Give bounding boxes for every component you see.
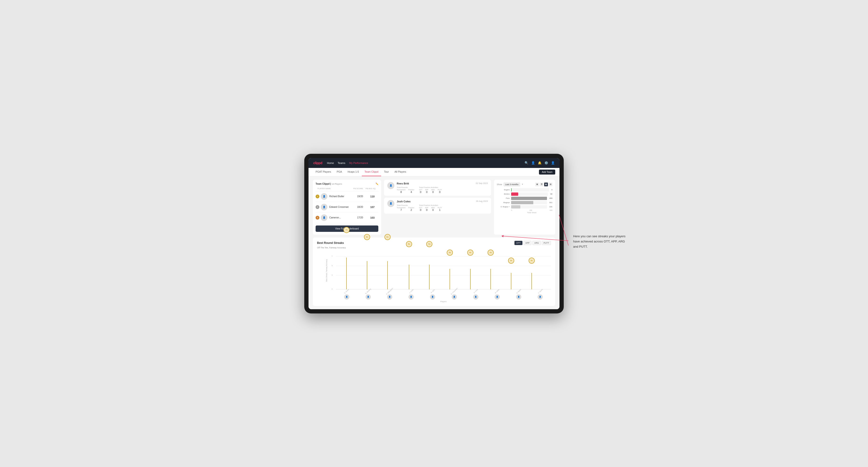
player-avg-2: 107 [367, 206, 378, 209]
dropdown-arrow: ▼ [522, 183, 523, 185]
line-mcherg [367, 261, 367, 289]
player-avatar-1: 👤 [321, 193, 328, 200]
nav-teams[interactable]: Teams [338, 161, 345, 165]
bar-track-eagles [511, 188, 549, 191]
bar-fill-bogeys [511, 201, 533, 204]
bar-label-double-bogeys: D. Bogeys + [497, 206, 510, 208]
streaks-header: Best Round Streaks OTT APP ARG PUTT [317, 241, 551, 245]
table-icon[interactable]: ⊟ [549, 183, 552, 186]
total-rounds-label: Total Rounds [397, 186, 414, 188]
nav-my-performance[interactable]: My Performance [349, 161, 368, 165]
grid-line-1 [336, 256, 551, 257]
player-row[interactable]: 2 👤 Edward Crossman 18/20 107 [316, 202, 378, 213]
x-name-billingham: D. Billingham [379, 290, 400, 292]
bar-value-double-bogeys: 131 [549, 206, 552, 208]
streak-bar-miller: 4x [486, 269, 495, 289]
add-team-button[interactable]: Add Team [539, 169, 555, 175]
streak-bar-butler: 3x [507, 273, 516, 289]
streak-bar-quick: 3x [527, 273, 536, 289]
player-stat-card-rees: 👤 Rees Britt 02 Sep 2023 Total Rounds [384, 180, 491, 196]
table-headers: PLAYER NAME PB SCORE PB AVG SQ [316, 187, 378, 191]
josh-name: Josh Coles [397, 200, 411, 203]
player-name-2: Edward Crossman [329, 206, 353, 208]
leaderboard-title: Team Clippd | 14 Players [316, 183, 342, 185]
filter-putt[interactable]: PUTT [542, 241, 551, 245]
view-icons: ⊞ ☰ ▦ ⊟ [535, 183, 552, 186]
rees-practice-rounds: 4 [408, 191, 414, 193]
x-name-crossman: E. Crossman [443, 290, 465, 292]
streaks-subtitle: Off The Tee, Fairway Accuracy [317, 247, 551, 249]
total-rounds-group: Total Rounds Tournament 8 Practice [397, 186, 414, 193]
bubble-quick: 3x [529, 257, 535, 264]
bubble-miller: 4x [488, 250, 494, 256]
main-content: Team Clippd | 14 Players ✏️ PLAYER NAME … [309, 177, 559, 309]
player-avatar-2: 👤 [321, 204, 328, 210]
bar-value-pars: 499 [549, 197, 552, 199]
josh-ott: 0 [419, 209, 422, 211]
sub-nav-pga[interactable]: PGA [334, 168, 345, 176]
y-tick-5: 5 [332, 265, 333, 267]
bar-row-bogeys: Bogeys 311 [497, 201, 552, 204]
josh-tournament-rounds: 7 [397, 209, 405, 211]
sub-nav-pgat[interactable]: PGAT Players [313, 168, 334, 176]
bell-icon[interactable]: 🔔 [538, 161, 541, 165]
chart-with-y-axis: Best Streak, Fairway Accuracy 7 [317, 252, 551, 289]
line-britt [429, 264, 430, 289]
bar-label-pars: Pars [497, 197, 510, 199]
bubble-butler: 3x [508, 257, 514, 264]
bar-track-bogeys [511, 201, 547, 204]
josh-app: 0 [425, 209, 428, 211]
bar-track-pars [511, 197, 547, 200]
person-icon[interactable]: 👤 [531, 161, 535, 165]
bcc-header: Show Last 3 months ▼ ⊞ ☰ ▦ ⊟ [497, 183, 552, 186]
y-tick-7: 7 [332, 255, 333, 257]
bar-value-bogeys: 311 [549, 201, 552, 204]
edit-icon[interactable]: ✏️ [375, 183, 378, 185]
x-name-butler: R. Butler [508, 290, 530, 292]
tablet-screen: clippd Home Teams My Performance 🔍 👤 🔔 ⚙… [309, 158, 559, 309]
player-score-2: 18/20 [353, 206, 367, 208]
rees-info: Rees Britt 02 Sep 2023 Total Rounds Tour… [397, 182, 488, 193]
player-row[interactable]: 1 👤 Richard Butler 19/20 110 [316, 191, 378, 202]
bubble-billingham: 6x [384, 234, 391, 240]
settings-icon[interactable]: ⚙️ [545, 161, 548, 165]
search-icon[interactable]: 🔍 [525, 161, 528, 165]
josh-info: Josh Coles 26 Aug 2023 Total Rounds Tour… [397, 200, 488, 211]
bubble-mcherg: 6x [364, 234, 370, 240]
list-icon[interactable]: ☰ [540, 183, 544, 186]
x-axis-title: Players [336, 301, 551, 303]
annotation-box: Here you can see streaks your players ha… [573, 234, 630, 249]
axis-label-0: 0 [511, 210, 512, 211]
total-rounds-row: Tournament 8 Practice 4 [397, 189, 414, 193]
bar-chart-icon[interactable]: ▦ [544, 183, 548, 186]
bar-value-eagles: 3 [552, 189, 552, 191]
show-filter-row: Show Last 3 months ▼ [497, 183, 523, 186]
sub-nav-tour[interactable]: Tour [381, 168, 392, 176]
filter-ott[interactable]: OTT [515, 241, 522, 245]
sub-nav-all-players[interactable]: All Players [392, 168, 409, 176]
streak-bar-ford: 4x [466, 269, 474, 289]
sub-nav-team-clippd[interactable]: Team Clippd [362, 168, 381, 176]
x-name-mcherg: B. McHerg [357, 290, 379, 292]
filter-arg[interactable]: ARG [532, 241, 541, 245]
bubble-britt: 5x [426, 241, 432, 247]
player-stats-section: 👤 Rees Britt 02 Sep 2023 Total Rounds [384, 180, 491, 235]
filter-app[interactable]: APP [523, 241, 531, 245]
streak-bar-ewert: 7x [342, 257, 351, 289]
nav-home[interactable]: Home [327, 161, 334, 165]
period-select[interactable]: Last 3 months [503, 183, 520, 186]
rank-badge-1: 1 [316, 195, 319, 198]
sub-nav-hcaps[interactable]: Hcaps 1-5 [345, 168, 362, 176]
streak-bar-mcherg: 6x [363, 261, 371, 289]
grid-icon[interactable]: ⊞ [535, 183, 539, 186]
player-avatars-row: 👤 👤 👤 👤 👤 [336, 294, 551, 300]
rank-badge-3: 3 [316, 216, 319, 220]
player-row[interactable]: 3 👤 Cameron... 17/20 103 [316, 213, 378, 223]
bar-axis: 0 200 400 [497, 210, 552, 211]
avatar-icon[interactable]: 👤 [551, 161, 555, 165]
axis-label-200: 200 [530, 210, 532, 211]
josh-putt: 1 [437, 209, 442, 211]
line-quick [531, 273, 532, 289]
practice-activities-label: Total Practice Activities [419, 186, 442, 188]
line-miller [490, 269, 491, 289]
